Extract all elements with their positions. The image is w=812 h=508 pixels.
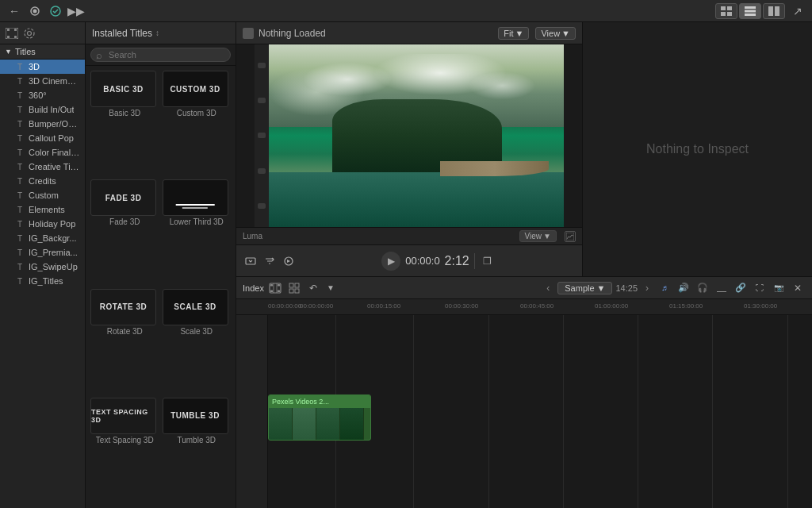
- tree-item-holidaypop[interactable]: T Holiday Pop: [0, 217, 85, 231]
- tl-mute-icon[interactable]: ⎯⎯: [714, 280, 730, 296]
- search-bar: [86, 44, 236, 66]
- luma-view-btn[interactable]: View ▼: [519, 230, 557, 242]
- svg-rect-32: [295, 289, 299, 293]
- browser-title: Installed Titles ↕: [92, 28, 159, 39]
- fit-button[interactable]: Fit ▼: [498, 27, 529, 40]
- tree-item-360[interactable]: T 360°: [0, 88, 85, 102]
- clip-thumb-4: [340, 408, 364, 440]
- title-item-fade3d[interactable]: FADE 3D Fade 3D: [90, 179, 159, 285]
- grid-line: [413, 315, 414, 508]
- svg-rect-29: [289, 283, 293, 287]
- view-toggle-group: [715, 3, 785, 19]
- luma-label: Luma: [243, 232, 262, 241]
- library-toolbar: [0, 22, 85, 44]
- tree-item-colorfinale[interactable]: T Color Finale G: [0, 145, 85, 160]
- tree-item-creativetitles[interactable]: T Creative Titles: [0, 160, 85, 174]
- video-clip[interactable]: Pexels Videos 2...: [268, 394, 371, 441]
- fit-arrow: ▼: [515, 29, 524, 38]
- tool-btn[interactable]: [262, 253, 278, 269]
- blade-tool[interactable]: ▼: [323, 280, 339, 296]
- title-thumb-custom3d: CUSTOM 3D: [163, 71, 228, 107]
- video-preview: [255, 44, 564, 227]
- cursor-tool[interactable]: ↶: [305, 280, 321, 296]
- tree-item-igpremia[interactable]: T IG_Premia...: [0, 245, 85, 260]
- tree-section-titles[interactable]: ▼ Titles: [0, 44, 85, 60]
- timeline-toolbar: Index ↶ ▼ ‹ Sample ▼: [236, 277, 812, 299]
- title-item-lowerthird3d[interactable]: Lower Third 3D: [163, 179, 232, 285]
- title-item-rotate3d[interactable]: ROTATE 3D Rotate 3D: [90, 289, 159, 394]
- tree-item-credits[interactable]: T Credits: [0, 174, 85, 188]
- title-label-tumble3d: Tumble 3D: [163, 434, 232, 446]
- tree-item-igbackgr[interactable]: T IG_Backgr...: [0, 231, 85, 245]
- tree-item-3d[interactable]: T 3D: [0, 60, 85, 74]
- svg-point-1: [33, 9, 37, 13]
- tl-film-icon[interactable]: [267, 280, 283, 296]
- tl-zoom-icon[interactable]: 📷: [771, 280, 787, 296]
- track-content: Pexels Videos 2...: [268, 315, 812, 508]
- record-icon[interactable]: [27, 3, 43, 19]
- check-icon[interactable]: [48, 3, 63, 19]
- tree-item-bumper[interactable]: T Bumper/Open: [0, 117, 85, 131]
- title-label-textspacing3d: Text Spacing 3D: [90, 434, 159, 446]
- settings-icon[interactable]: [22, 26, 36, 40]
- export-icon[interactable]: ↗: [790, 3, 806, 19]
- tl-chevron-left[interactable]: ‹: [542, 282, 554, 294]
- tl-speaker-icon[interactable]: 🔊: [676, 280, 691, 296]
- transport-dropdown[interactable]: [243, 253, 259, 269]
- title-icon: T: [14, 275, 25, 287]
- lower-line-2: [182, 207, 208, 209]
- scope-icon[interactable]: [565, 231, 576, 242]
- tl-chevron-right[interactable]: ›: [641, 282, 653, 294]
- play-button[interactable]: ▶: [381, 252, 400, 271]
- tl-audio-icon[interactable]: ♬: [657, 280, 672, 296]
- timeline-ruler: 00:00:00:00 00:00:00:00 00:00:15:00 00:0…: [236, 299, 812, 315]
- list-view-btn[interactable]: [739, 3, 761, 19]
- loading-indicator: [243, 28, 254, 39]
- tl-headphone-icon[interactable]: 🎧: [695, 280, 710, 296]
- back-icon[interactable]: ←: [6, 3, 22, 19]
- title-icon: T: [14, 75, 25, 87]
- title-item-custom3d[interactable]: CUSTOM 3D Custom 3D: [163, 71, 232, 176]
- title-item-basic3d[interactable]: BASIC 3D Basic 3D: [90, 71, 159, 176]
- clip-thumb-2: [293, 408, 316, 440]
- viewer-inspector: Nothing Loaded Fit ▼ View ▼: [236, 22, 812, 277]
- split-view-btn[interactable]: [763, 3, 785, 19]
- svg-rect-14: [14, 29, 17, 31]
- expand-btn[interactable]: ❐: [480, 253, 496, 269]
- viewer-toolbar: Nothing Loaded Fit ▼ View ▼: [236, 22, 582, 44]
- title-icon: T: [14, 175, 25, 187]
- tl-close-icon[interactable]: ✕: [790, 280, 806, 296]
- strip-hole: [258, 168, 266, 174]
- tl-link-icon[interactable]: 🔗: [733, 280, 749, 296]
- title-icon: T: [14, 161, 25, 172]
- search-input[interactable]: [90, 48, 231, 62]
- tree-item-igswipeup[interactable]: T IG_SwipeUp: [0, 260, 85, 274]
- tl-sample-btn[interactable]: Sample ▼: [557, 282, 612, 294]
- grid-view-btn[interactable]: [715, 3, 737, 19]
- forward-icon[interactable]: ▶▶: [68, 3, 84, 19]
- timeline-toolbar-left: Index ↶ ▼: [243, 280, 339, 296]
- tl-grid-icon[interactable]: [286, 280, 302, 296]
- timeline-tracks: Pexels Videos 2...: [236, 315, 812, 508]
- title-item-textspacing3d[interactable]: TEXT SPACING 3D Text Spacing 3D: [90, 398, 159, 503]
- search-wrapper: [90, 48, 231, 62]
- tl-snap-icon[interactable]: ⛶: [752, 280, 768, 296]
- grid-line: [488, 315, 489, 508]
- view-button[interactable]: View ▼: [535, 27, 576, 40]
- grid-line: [638, 315, 638, 508]
- title-thumb-tumble3d: TUMBLE 3D: [163, 398, 228, 434]
- tree-item-calloutpop[interactable]: T Callout Pop: [0, 131, 85, 145]
- viewer-canvas: [236, 44, 582, 227]
- clip-label: Pexels Videos 2...: [272, 398, 329, 406]
- title-item-scale3d[interactable]: SCALE 3D Scale 3D: [163, 289, 232, 394]
- tree-item-custom[interactable]: T Custom: [0, 188, 85, 202]
- nothing-to-inspect-label: Nothing to Inspect: [646, 142, 749, 156]
- tree-item-elements[interactable]: T Elements: [0, 202, 85, 217]
- speed-btn[interactable]: [281, 253, 297, 269]
- tree-item-buildinout[interactable]: T Build In/Out: [0, 102, 85, 117]
- sort-icon[interactable]: ↕: [155, 29, 159, 37]
- playback-left: [243, 253, 297, 269]
- tree-item-igtitles[interactable]: T IG_Titles: [0, 274, 85, 288]
- title-item-tumble3d[interactable]: TUMBLE 3D Tumble 3D: [163, 398, 232, 503]
- tree-item-3d-cinematic[interactable]: T 3D Cinematic: [0, 74, 85, 88]
